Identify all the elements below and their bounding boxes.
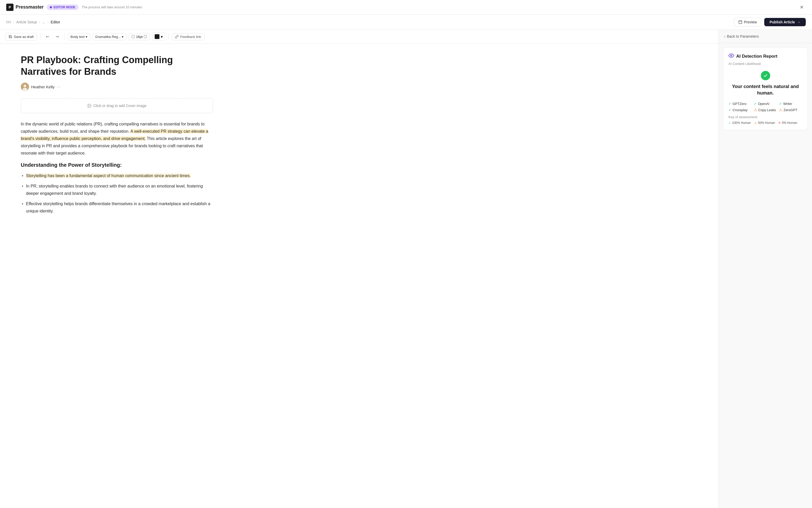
breadcrumb-editor: Editor: [51, 20, 60, 24]
ai-result-area: Your content feels natural and human.: [728, 71, 802, 96]
editor-mode-badge: EDITOR MODE: [47, 4, 78, 10]
save-draft-label: Save as draft: [14, 35, 34, 39]
color-swatch: [154, 34, 160, 39]
key-orange-icon: ⚠: [754, 121, 757, 125]
image-icon: [87, 103, 91, 108]
toolbar: Save as draft ↩ ↪ Body text ▾ Gramatika …: [0, 30, 719, 44]
key-red-icon: ✕: [778, 121, 781, 125]
sep2: ›: [39, 20, 40, 24]
close-button[interactable]: ✕: [798, 3, 806, 11]
ai-report-title: AI Detection Report: [736, 54, 777, 59]
feedback-label: Feedback link: [180, 35, 201, 39]
preview-button[interactable]: Preview: [734, 18, 761, 27]
ai-report-header: AI Detection Report: [728, 53, 802, 60]
svg-point-1: [132, 35, 135, 38]
grid-icon[interactable]: [6, 21, 11, 23]
list-item-3: Effective storytelling helps brands diff…: [21, 200, 213, 215]
font-label: Gramatika Reg...: [95, 35, 121, 39]
redo-button[interactable]: ↪: [53, 33, 61, 41]
font-select[interactable]: Gramatika Reg... ▾: [92, 33, 126, 40]
feedback-button[interactable]: Feedback link: [172, 33, 204, 40]
svg-point-7: [88, 105, 89, 105]
ai-check-openai: ✓ OpenAI: [754, 101, 777, 106]
breadcrumb-actions: Preview Publish Article →: [734, 18, 806, 27]
ai-checks-grid: ✓ GPTZero ✓ OpenAI ✓ Writer ✓ Crossplay …: [728, 101, 802, 112]
article-content: PR Playbook: Crafting Compelling Narrati…: [0, 44, 234, 229]
copyleaks-label: Copy Leaks: [758, 108, 776, 112]
breadcrumb-ellipsis[interactable]: ...: [42, 20, 45, 24]
author-avatar-img: [21, 83, 29, 91]
ai-check-zerogpt: ⚠ ZeroGPT: [779, 108, 802, 112]
sep-1: [40, 34, 41, 40]
avatar: [21, 83, 29, 91]
ai-check-crossplay: ✓ Crossplay: [728, 108, 752, 112]
feedback-icon: [175, 35, 179, 38]
font-size-ctrl: 16pt: [129, 33, 150, 40]
topbar-hint: The process will take around 10 minutes: [82, 5, 142, 9]
ai-key-label: Key of assessment:: [728, 115, 802, 119]
svg-point-4: [24, 85, 26, 87]
article-title: PR Playbook: Crafting Compelling Narrati…: [21, 54, 213, 77]
key-0-human: ✕ 0% Human: [778, 121, 797, 125]
ai-check-gptzero: ✓ GPTZero: [728, 101, 752, 106]
cover-placeholder-text: Click or drag to add Cover image: [93, 103, 147, 108]
editor-mode-label: EDITOR MODE: [53, 5, 75, 9]
ai-result-text: Your content feels natural and human.: [728, 83, 802, 96]
section-title: Understanding the Power of Storytelling:: [21, 162, 213, 168]
publish-label: Publish Article: [769, 20, 795, 24]
ai-check-writer: ✓ Writer: [779, 101, 802, 106]
bullet-list: Storytelling has been a fundamental aspe…: [21, 172, 213, 215]
writer-check-icon: ✓: [779, 101, 782, 106]
right-panel: ‹ Back to Parameters AI Detection Report…: [719, 30, 812, 508]
font-size-icon: [131, 35, 135, 38]
svg-point-5: [22, 88, 27, 91]
list-item-2-text: In PR, storytelling enables brands to co…: [26, 184, 203, 196]
cover-image-upload[interactable]: Click or drag to add Cover image: [21, 98, 213, 113]
list-item-2: In PR, storytelling enables brands to co…: [21, 182, 213, 197]
gptzero-label: GPTZero: [732, 102, 746, 106]
key-0-label: 0% Human: [782, 121, 797, 125]
svg-rect-0: [739, 20, 742, 24]
font-chevron-icon: ▾: [122, 35, 124, 39]
editor-area: Save as draft ↩ ↪ Body text ▾ Gramatika …: [0, 30, 719, 508]
chevron-down-icon: ▾: [86, 35, 88, 39]
back-arrow-icon: ‹: [724, 34, 725, 39]
preview-label: Preview: [744, 20, 757, 24]
back-to-params-button[interactable]: ‹ Back to Parameters: [719, 30, 812, 43]
article-body: In the dynamic world of public relations…: [21, 121, 213, 215]
author-more-button[interactable]: ···: [57, 84, 60, 90]
gptzero-check-icon: ✓: [728, 101, 731, 106]
text-style-label: Body text: [71, 35, 85, 39]
crossplay-check-icon: ✓: [728, 108, 731, 112]
author-row: Heather Kelly ···: [21, 83, 213, 91]
svg-point-8: [730, 55, 732, 56]
crossplay-label: Crossplay: [732, 108, 748, 112]
logo-name: Pressmaster: [15, 4, 44, 10]
undo-button[interactable]: ↩: [44, 33, 51, 41]
check-icon: [763, 73, 768, 78]
save-draft-button[interactable]: Save as draft: [5, 33, 37, 41]
svg-point-2: [144, 35, 147, 38]
color-picker-button[interactable]: ▾: [152, 33, 165, 41]
text-style-select[interactable]: Body text ▾: [68, 33, 90, 40]
breadcrumb-bar: › Article Setup › ... › Editor Preview P…: [0, 14, 812, 30]
sep3: ›: [47, 20, 49, 24]
breadcrumb-article-setup[interactable]: Article Setup: [16, 20, 37, 24]
list-item-1: Storytelling has been a fundamental aspe…: [21, 172, 213, 179]
ai-check-circle: [761, 71, 770, 80]
list-item-3-text: Effective storytelling helps brands diff…: [26, 202, 210, 213]
sep1: ›: [13, 20, 14, 24]
main-layout: Save as draft ↩ ↪ Body text ▾ Gramatika …: [0, 30, 812, 508]
ai-eye-icon: [728, 53, 734, 60]
preview-icon: [738, 20, 742, 24]
key-50-label: 50% Human: [758, 121, 775, 125]
publish-arrow: →: [797, 20, 801, 24]
back-to-params-label: Back to Parameters: [727, 34, 759, 38]
openai-label: OpenAI: [758, 102, 769, 106]
publish-button[interactable]: Publish Article →: [764, 18, 806, 26]
key-50-human: ⚠ 50% Human: [754, 121, 775, 125]
color-chevron-icon: ▾: [161, 34, 163, 39]
ai-detection-report-card: AI Detection Report AI Content Likelihoo…: [723, 47, 808, 130]
list-item-1-text: Storytelling has been a fundamental aspe…: [26, 173, 191, 178]
sep-3: [168, 34, 169, 40]
